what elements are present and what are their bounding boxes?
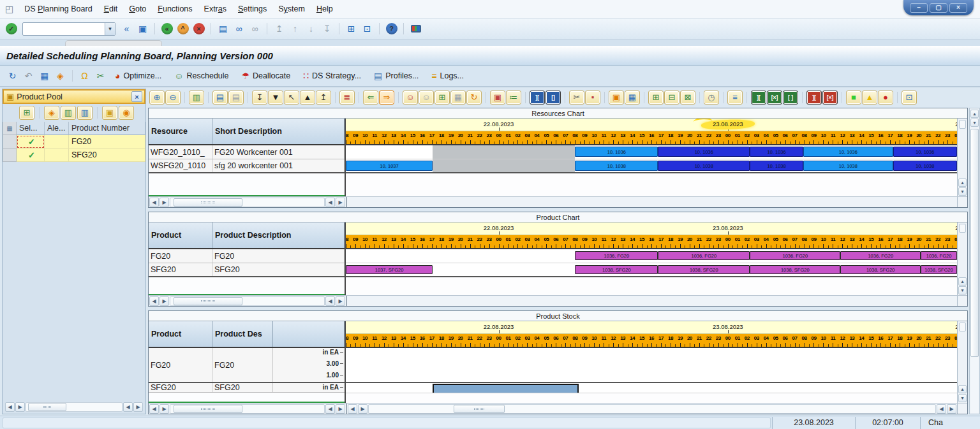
scroll-up-button[interactable]: ▲ bbox=[970, 110, 979, 118]
scroll-right-button[interactable]: ▶ bbox=[160, 198, 169, 207]
splitter-grip[interactable] bbox=[959, 224, 966, 233]
scrollbar-thumb[interactable] bbox=[454, 405, 505, 413]
selection-cell[interactable]: ✓ bbox=[17, 135, 45, 149]
scroll-to-start-button[interactable]: ↥ bbox=[316, 91, 331, 105]
gantt-bar[interactable]: 1036, FG20 bbox=[750, 251, 840, 260]
create-shortcut-button[interactable]: ⊡ bbox=[360, 22, 375, 36]
gantt-bar[interactable]: 10, 1036 bbox=[750, 147, 803, 157]
copy-view-button[interactable]: ▣ bbox=[490, 91, 505, 105]
scatter-settings-button[interactable]: ◈ bbox=[53, 69, 68, 84]
scrollbar-track[interactable] bbox=[170, 296, 325, 306]
pool-settings-button[interactable]: ▣ bbox=[102, 106, 117, 120]
refresh-button[interactable]: ↻ bbox=[5, 69, 20, 84]
collapse-button[interactable]: « bbox=[119, 22, 134, 36]
scrollbar-thumb[interactable] bbox=[970, 129, 979, 357]
load-products-button[interactable]: ▥ bbox=[61, 106, 76, 120]
menu-help[interactable]: Help bbox=[311, 2, 339, 16]
exit-button[interactable]: ^ bbox=[175, 22, 190, 36]
scroll-left-button[interactable]: ◀ bbox=[325, 198, 335, 207]
scroll-down-button[interactable]: ▼ bbox=[970, 119, 979, 127]
connect-mode-button[interactable]: ][ bbox=[530, 91, 545, 105]
splitter-grip[interactable] bbox=[959, 120, 966, 129]
find-button[interactable]: ∞ bbox=[232, 22, 246, 36]
stock-table-row[interactable]: SFG20SFG20in EA3.001.00 bbox=[149, 383, 345, 393]
gantt-bar[interactable]: 10, 1038 bbox=[803, 161, 893, 171]
resources-table-row[interactable]: WFG20_1010_FG20 Workcenter 001 bbox=[149, 145, 345, 159]
gantt-bar[interactable]: 1036, FG20 bbox=[840, 251, 921, 260]
row-selector[interactable] bbox=[3, 149, 17, 162]
logs-button[interactable]: ≡Logs... bbox=[426, 69, 470, 83]
scroll-up-button[interactable]: ▲ bbox=[958, 277, 967, 286]
paste-operation-button[interactable]: ▪ bbox=[585, 91, 600, 105]
status-error-button[interactable]: ● bbox=[878, 91, 893, 105]
scrollbar-track[interactable] bbox=[368, 404, 936, 414]
scroll-left-button[interactable]: ◀ bbox=[937, 404, 946, 414]
find-next-button[interactable]: ∞ bbox=[248, 22, 262, 36]
chart-layout-button[interactable]: ▣ bbox=[609, 91, 624, 105]
fix-interval-close-button[interactable]: [×] bbox=[767, 91, 782, 105]
pool-row[interactable]: ✓FG20 bbox=[3, 135, 145, 149]
selection-mode-button[interactable]: ◉ bbox=[119, 106, 134, 120]
product-number-cell[interactable]: FG20 bbox=[69, 135, 145, 149]
scroll-up-button[interactable]: ▲ bbox=[958, 178, 967, 187]
legend-button[interactable]: ≣ bbox=[339, 91, 355, 105]
menu-ds-planning-board[interactable]: DS Planning Board bbox=[19, 2, 98, 16]
ds-strategy-button[interactable]: ∷DS Strategy... bbox=[297, 69, 367, 83]
unfix-interval-open-button[interactable]: ][ bbox=[806, 91, 822, 105]
system-menu-icon[interactable]: ◰ bbox=[3, 4, 19, 14]
product-table-row[interactable]: SFG20SFG20 bbox=[149, 263, 345, 277]
zoom-out-button[interactable]: ⊖ bbox=[165, 91, 181, 105]
scrollbar-thumb[interactable] bbox=[174, 405, 242, 413]
stock-table-row[interactable]: FG20FG20in EA3.001.00 bbox=[149, 348, 345, 383]
gantt-bar[interactable]: 10, 1036 bbox=[893, 147, 957, 157]
gantt-bar[interactable]: 10, 1038 bbox=[575, 161, 658, 171]
scroll-left-button[interactable]: ◀ bbox=[325, 404, 335, 414]
scroll-left-button[interactable]: ◀ bbox=[149, 296, 159, 306]
view-options-button[interactable]: ≔ bbox=[506, 91, 521, 105]
filter-button[interactable]: ▦ bbox=[450, 91, 466, 105]
command-dropdown-icon[interactable]: ▾ bbox=[105, 23, 115, 35]
gantt-bar[interactable]: 10, 1036 bbox=[575, 147, 658, 157]
gantt-bar[interactable]: 10, 1038 bbox=[750, 161, 803, 171]
scrollbar-thumb[interactable] bbox=[174, 198, 242, 207]
gantt-bar[interactable]: 10, 1036 bbox=[658, 147, 750, 157]
find-activity-button[interactable]: ☺ bbox=[403, 91, 418, 105]
scroll-down-button[interactable]: ▼ bbox=[958, 187, 967, 196]
insert-node-button[interactable]: ⊞ bbox=[648, 91, 664, 105]
scrollbar-track[interactable] bbox=[26, 402, 122, 412]
zoom-in-button[interactable]: ⊕ bbox=[149, 91, 165, 105]
gantt-bar[interactable]: 1038, SFG20 bbox=[750, 265, 840, 274]
relationships-button[interactable]: ⊡ bbox=[902, 91, 917, 105]
scroll-right-button[interactable]: ▶ bbox=[336, 404, 345, 414]
display-mode-button[interactable]: ▤ bbox=[228, 91, 244, 105]
scrollbar-thumb[interactable] bbox=[28, 403, 66, 411]
close-button[interactable]: × bbox=[949, 3, 967, 13]
resources-table-row[interactable]: WSFG20_1010sfg 20 workcenter 001 bbox=[149, 159, 345, 173]
table-scrollbar-area[interactable]: ◀▶◀▶ bbox=[149, 404, 347, 414]
reschedule-button[interactable]: ☺Reschedule bbox=[168, 69, 234, 83]
gantt-bar[interactable]: 10, 1038 bbox=[658, 161, 750, 171]
menu-edit[interactable]: Edit bbox=[98, 2, 124, 16]
scroll-right-button[interactable]: ▶ bbox=[160, 404, 169, 414]
selection-cell[interactable]: ✓ bbox=[17, 149, 45, 162]
product-pool-scrollbar[interactable]: ◀▶◀▶ bbox=[4, 402, 144, 412]
cancel-button[interactable]: × bbox=[191, 22, 206, 36]
maximize-button[interactable]: ▢ bbox=[930, 3, 947, 13]
print-button[interactable]: ▤ bbox=[216, 22, 230, 36]
status-warning-button[interactable]: ▲ bbox=[862, 91, 877, 105]
scroll-right-button[interactable]: ▶ bbox=[133, 402, 143, 412]
command-field[interactable] bbox=[23, 24, 105, 34]
scroll-left-button[interactable]: ◀ bbox=[149, 404, 159, 414]
last-page-button[interactable]: ↧ bbox=[320, 22, 334, 36]
split-mode-button[interactable]: [] bbox=[546, 91, 561, 105]
gantt-bar[interactable]: 1038, SFG20 bbox=[840, 265, 921, 274]
next-page-button[interactable]: ↓ bbox=[304, 22, 318, 36]
section-vertical-scrollbar[interactable]: ▲▼ bbox=[957, 222, 967, 295]
select-cursor-button[interactable]: ↖ bbox=[284, 91, 299, 105]
scrollbar-track[interactable] bbox=[970, 127, 979, 413]
menu-goto[interactable]: Goto bbox=[123, 2, 152, 16]
scroll-left-button[interactable]: ◀ bbox=[325, 296, 335, 306]
scroll-right-button[interactable]: ▶ bbox=[15, 402, 25, 412]
show-hide-tables-button[interactable]: ▦ bbox=[37, 69, 52, 84]
previous-page-button[interactable]: ↑ bbox=[288, 22, 302, 36]
